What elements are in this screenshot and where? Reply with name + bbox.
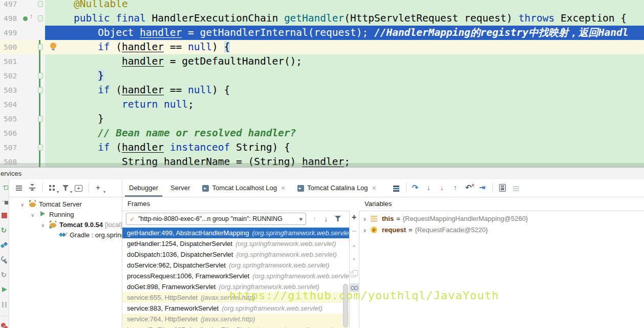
add-icon[interactable] <box>95 184 103 192</box>
line-number[interactable]: 499 <box>0 26 20 40</box>
code-text[interactable]: return null; <box>45 97 644 112</box>
code-line[interactable]: 505 } <box>0 112 644 126</box>
chevron-expanded-icon[interactable] <box>31 211 39 218</box>
gutter[interactable] <box>20 40 45 54</box>
deploy-all-icon[interactable] <box>1 241 9 250</box>
code-line[interactable]: 502 } <box>0 69 644 83</box>
line-number[interactable]: 507 <box>0 140 20 155</box>
line-number[interactable]: 498 <box>0 11 20 26</box>
build-icon[interactable] <box>1 197 9 205</box>
gutter[interactable] <box>20 54 45 69</box>
frame-row[interactable]: service:764, HttpServlet(javax.servlet.h… <box>122 314 349 324</box>
fold-marker-icon[interactable] <box>38 87 43 93</box>
gutter[interactable] <box>20 126 45 140</box>
fold-marker-icon[interactable] <box>38 116 43 122</box>
code-text[interactable]: // Bean name or resolved handler? <box>45 126 644 140</box>
fold-marker-icon[interactable] <box>38 73 43 79</box>
frame-row[interactable]: doDispatch:1036, DispatcherServlet(org.s… <box>122 249 349 260</box>
resume-icon[interactable] <box>1 286 9 294</box>
frame-row[interactable]: getHandler:1254, DispatcherServlet(org.s… <box>122 238 349 249</box>
remove-watch-icon[interactable] <box>350 228 358 236</box>
code-line[interactable]: 497 @Nullable <box>0 0 644 11</box>
override-marker-icon[interactable] <box>23 14 36 23</box>
pause-icon[interactable] <box>1 301 9 309</box>
frame-row[interactable]: processRequest:1006, FrameworkServlet(or… <box>122 271 349 281</box>
line-number[interactable]: 497 <box>0 0 20 11</box>
gutter[interactable] <box>20 0 45 11</box>
code-text[interactable]: public final HandlerExecutionChain getHa… <box>45 11 644 26</box>
gutter[interactable] <box>20 26 45 40</box>
line-number[interactable]: 501 <box>0 54 20 69</box>
gutter[interactable] <box>20 11 45 26</box>
code-text[interactable]: if (handler == null) { <box>45 40 644 54</box>
tree-item-running[interactable]: Running <box>9 209 122 219</box>
code-line[interactable]: 501 handler = getDefaultHandler(); <box>0 54 644 69</box>
code-line[interactable]: 499 Object handler = getHandlerInternal(… <box>0 26 644 40</box>
line-number[interactable]: 504 <box>0 97 20 112</box>
frames-scrollbar-thumb[interactable] <box>343 284 348 327</box>
collapse-all-icon[interactable] <box>28 184 36 192</box>
step-over-icon[interactable] <box>412 184 420 192</box>
filter-frames-icon[interactable] <box>334 215 342 223</box>
code-text[interactable]: if (handler == null) { <box>45 83 644 97</box>
chevron-right-icon[interactable] <box>363 214 371 223</box>
step-out-icon[interactable] <box>452 184 460 192</box>
intention-bulb-icon[interactable] <box>50 43 56 49</box>
separator[interactable] <box>1 316 8 316</box>
evaluate-icon[interactable] <box>499 184 507 192</box>
tab-server[interactable]: Server <box>164 179 196 197</box>
frame-row[interactable]: service:883, FrameworkServlet(org.spring… <box>122 303 349 314</box>
move-up-icon[interactable] <box>350 242 358 250</box>
code-line[interactable]: 504 return null; <box>0 97 644 112</box>
step-into-icon[interactable] <box>425 184 434 192</box>
frame-row[interactable]: doGet:898, FrameworkServlet(org.springfr… <box>122 281 349 292</box>
gutter[interactable] <box>20 69 45 83</box>
frame-row[interactable]: doService:962, DispatcherServlet(org.spr… <box>122 260 349 271</box>
stop-icon[interactable] <box>1 212 9 220</box>
code-line[interactable]: 507 if (handler instanceof String) { <box>0 140 644 155</box>
add-frame-icon[interactable] <box>75 184 83 192</box>
gutter[interactable] <box>20 112 45 126</box>
force-step-into-icon[interactable] <box>439 184 447 192</box>
fold-marker-icon[interactable] <box>38 15 43 22</box>
fold-marker-icon[interactable] <box>38 44 43 50</box>
edit-config-icon[interactable] <box>1 256 9 264</box>
group-by-icon[interactable] <box>48 184 56 192</box>
separator[interactable] <box>42 183 42 193</box>
code-line[interactable]: 503 if (handler == null) { <box>0 83 644 97</box>
separator[interactable] <box>89 183 89 193</box>
drop-frame-icon[interactable] <box>465 184 474 192</box>
editor-hscrollbar[interactable] <box>0 163 644 167</box>
line-number[interactable]: 505 <box>0 112 20 126</box>
variable-row[interactable]: this={RequestMappingHandlerMapping@5260} <box>359 213 644 224</box>
thread-selector[interactable]: "http-nio-8080-exec-6"...n group "main":… <box>126 213 306 225</box>
gutter[interactable] <box>20 140 45 155</box>
chevron-right-icon[interactable] <box>363 225 371 234</box>
code-text[interactable]: @Nullable <box>45 0 644 11</box>
filter-icon[interactable] <box>61 184 70 192</box>
gutter[interactable] <box>20 97 45 112</box>
code-text[interactable]: handler = getDefaultHandler(); <box>45 54 644 69</box>
rerun-icon[interactable] <box>1 182 9 190</box>
add-watch-icon[interactable] <box>350 214 358 222</box>
line-number[interactable]: 500 <box>0 40 20 54</box>
code-editor[interactable]: 497 @Nullable498 public final HandlerExe… <box>0 0 644 167</box>
close-icon[interactable] <box>277 179 285 197</box>
close-icon[interactable] <box>368 179 376 197</box>
expand-all-icon[interactable] <box>15 184 23 192</box>
frame-row[interactable]: internalDoFilter:227, ApplicationFilterC… <box>122 324 349 328</box>
tree-item-tomcat-9054[interactable]: Tomcat 9.0.54[local] <box>9 219 122 230</box>
gutter[interactable] <box>20 83 45 97</box>
tree-item-tomcat-server[interactable]: Tomcat Server <box>9 199 122 209</box>
frame-row[interactable]: service:655, HttpServlet(javax.servlet.h… <box>122 292 349 303</box>
reconnect-icon[interactable] <box>1 271 9 279</box>
run-to-cursor-icon[interactable] <box>479 184 487 192</box>
show-watches-icon[interactable] <box>349 283 359 292</box>
breakpoints-icon[interactable] <box>1 322 9 328</box>
chevron-expanded-icon[interactable] <box>41 221 49 229</box>
prev-frame-icon[interactable] <box>311 215 319 223</box>
tab-debugger[interactable]: Debugger <box>123 179 164 197</box>
code-text[interactable]: Object handler = getHandlerInternal(requ… <box>45 26 644 40</box>
line-number[interactable]: 503 <box>0 83 20 97</box>
separator[interactable] <box>406 183 406 193</box>
